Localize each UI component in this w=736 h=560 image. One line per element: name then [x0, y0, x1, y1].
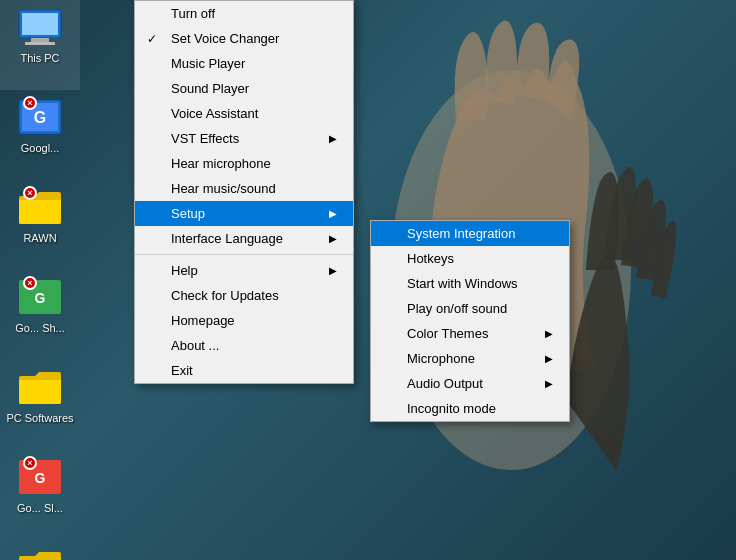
icon-label: Go... Sh...: [15, 322, 65, 335]
menu-item-hear-music-sound[interactable]: Hear music/sound: [135, 176, 353, 201]
menu-item-hotkeys[interactable]: Hotkeys: [371, 246, 569, 271]
desktop-icon-rawn[interactable]: × RAWN: [0, 180, 80, 270]
menu-item-turn-off[interactable]: Turn off: [135, 1, 353, 26]
desktop-icon-this-pc[interactable]: This PC: [0, 0, 80, 90]
menu-item-help[interactable]: Help ▶: [135, 258, 353, 283]
menu-item-audio-output[interactable]: Audio Output ▶: [371, 371, 569, 396]
arrow-icon: ▶: [329, 133, 337, 144]
desktop: This PC G × Googl... ×: [0, 0, 736, 560]
svg-text:G: G: [35, 290, 46, 306]
icon-label: PC Softwares: [6, 412, 73, 425]
menu-item-play-onoff-sound[interactable]: Play on/off sound: [371, 296, 569, 321]
desktop-icon-pc-softwares[interactable]: PC Softwares: [0, 360, 80, 450]
menu-item-homepage[interactable]: Homepage: [135, 308, 353, 333]
menu-item-about[interactable]: About ...: [135, 333, 353, 358]
menu-item-setup[interactable]: Setup ▶: [135, 201, 353, 226]
svg-text:G: G: [34, 109, 46, 126]
menu-separator: [135, 254, 353, 255]
primary-context-menu: Turn off ✓ Set Voice Changer Music Playe…: [134, 0, 354, 384]
books-folder-icon: [17, 548, 63, 560]
svg-rect-3: [31, 38, 49, 42]
svg-rect-2: [22, 13, 58, 35]
desktop-icon-google3[interactable]: G × Go... Sl...: [0, 450, 80, 540]
icon-label: This PC: [20, 52, 59, 65]
arrow-icon: ▶: [329, 265, 337, 276]
menu-item-exit[interactable]: Exit: [135, 358, 353, 383]
desktop-icon-google2[interactable]: G × Go... Sh...: [0, 270, 80, 360]
arrow-icon: ▶: [545, 328, 553, 339]
menu-item-vst-effects[interactable]: VST Effects ▶: [135, 126, 353, 151]
menu-item-voice-assistant[interactable]: Voice Assistant: [135, 101, 353, 126]
menu-item-incognito-mode[interactable]: Incognito mode: [371, 396, 569, 421]
menu-item-hear-microphone[interactable]: Hear microphone: [135, 151, 353, 176]
icon-label: Go... Sl...: [17, 502, 63, 515]
icon-label: RAWN: [23, 232, 56, 245]
icon-error-badge: ×: [23, 96, 37, 110]
arrow-icon: ▶: [545, 378, 553, 389]
svg-rect-4: [25, 42, 55, 45]
svg-text:G: G: [35, 470, 46, 486]
arrow-icon: ▶: [329, 233, 337, 244]
menu-item-start-with-windows[interactable]: Start with Windows: [371, 271, 569, 296]
menu-item-system-integration[interactable]: System Integration: [371, 221, 569, 246]
desktop-icon-google[interactable]: G × Googl...: [0, 90, 80, 180]
pc-icon: [17, 8, 63, 46]
icon-error-badge: ×: [23, 456, 37, 470]
arrow-icon: ▶: [329, 208, 337, 219]
menu-item-microphone[interactable]: Microphone ▶: [371, 346, 569, 371]
secondary-context-menu: System Integration Hotkeys Start with Wi…: [370, 220, 570, 422]
icon-error-badge: ×: [23, 186, 37, 200]
menu-item-color-themes[interactable]: Color Themes ▶: [371, 321, 569, 346]
menu-item-check-updates[interactable]: Check for Updates: [135, 283, 353, 308]
icon-label: Googl...: [21, 142, 60, 155]
menu-item-sound-player[interactable]: Sound Player: [135, 76, 353, 101]
checkmark-icon: ✓: [147, 32, 157, 46]
folder2-icon: [17, 368, 63, 406]
menu-item-music-player[interactable]: Music Player: [135, 51, 353, 76]
icon-error-badge: ×: [23, 276, 37, 290]
menu-item-set-voice-changer[interactable]: ✓ Set Voice Changer: [135, 26, 353, 51]
arrow-icon: ▶: [545, 353, 553, 364]
menu-item-interface-language[interactable]: Interface Language ▶: [135, 226, 353, 251]
desktop-icon-books[interactable]: Books: [0, 540, 80, 560]
